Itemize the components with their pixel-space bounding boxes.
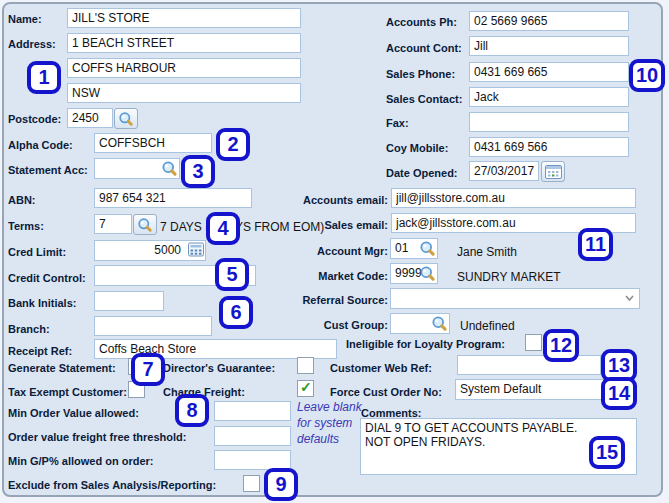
directors-guarantee-label: Director's Guarantee: [163,362,275,374]
accounts-email-label: Accounts email: [280,194,388,206]
market-code-input[interactable]: 9999 [390,263,438,284]
search-icon[interactable] [161,160,178,183]
address-line1-input[interactable] [67,33,301,53]
cred-limit-input[interactable]: 5000 [94,240,206,261]
cust-group-input[interactable] [390,313,450,334]
min-order-value-label: Min Order Value allowed: [8,407,139,419]
account-mgr-label: Account Mgr: [280,245,388,257]
callout-3: 3 [181,155,215,188]
receipt-ref-input[interactable] [94,339,337,359]
callout-4: 4 [206,212,240,245]
directors-guarantee-checkbox[interactable] [297,357,314,374]
bank-initials-input[interactable] [94,291,164,311]
callout-6: 6 [219,296,253,329]
fax-label: Fax: [386,117,409,129]
calendar-button[interactable] [541,161,565,182]
exclude-sales-analysis-checkbox[interactable] [243,475,260,492]
freight-free-threshold-label: Order value freight free threshold: [8,431,186,443]
min-order-value-input[interactable] [214,401,291,421]
coy-mobile-input[interactable] [469,137,629,157]
ineligible-loyalty-checkbox[interactable] [525,334,542,351]
account-mgr-input[interactable]: 01 [390,238,438,259]
callout-10: 10 [629,59,665,92]
address-label: Address: [8,38,56,50]
credit-control-label: Credit Control: [8,272,86,284]
ineligible-loyalty-label: Ineligible for Loyalty Program: [346,338,505,350]
cred-limit-label: Cred Limit: [8,246,66,258]
branch-input[interactable] [94,316,212,336]
callout-7: 7 [131,353,165,386]
alpha-code-label: Alpha Code: [8,139,73,151]
market-code-name: SUNDRY MARKET [457,270,561,284]
coy-mobile-label: Coy Mobile: [386,142,448,154]
calendar-icon [545,164,562,179]
sales-contact-input[interactable] [469,87,629,107]
abn-label: ABN: [8,194,36,206]
referral-source-label: Referral Source: [280,294,388,306]
postcode-input[interactable] [67,108,113,128]
name-label: Name: [8,13,42,25]
freight-free-threshold-input[interactable] [214,426,291,446]
customer-web-ref-label: Customer Web Ref: [330,362,432,374]
callout-1: 1 [27,61,61,94]
bank-initials-label: Bank Initials: [8,297,76,309]
date-opened-label: Date Opened: [386,167,458,179]
statement-acc-label: Statement Acc: [8,164,88,176]
generate-statement-label: Generate Statement: [8,362,116,374]
terms-input[interactable] [94,214,132,234]
account-mgr-name: Jane Smith [457,245,517,259]
callout-14: 14 [601,377,637,410]
calculator-icon[interactable] [188,242,204,263]
date-opened-input[interactable] [469,161,539,181]
callout-15: 15 [589,436,625,469]
search-icon[interactable] [419,240,436,263]
postcode-search-button[interactable] [114,108,138,129]
sales-email-label: Sales email: [280,219,388,231]
account-cont-input[interactable] [469,36,629,56]
leave-blank-hint: Leave blank for system defaults [297,399,365,447]
min-gp-input[interactable] [214,450,291,470]
callout-2: 2 [216,128,250,161]
cust-group-name: Undefined [460,319,515,333]
abn-input[interactable] [94,188,252,208]
force-cust-order-no-dropdown[interactable]: System Default [455,379,607,400]
accounts-ph-label: Accounts Ph: [386,16,457,28]
address-line2-input[interactable] [67,58,301,78]
accounts-email-input[interactable] [391,188,636,208]
address-line3-input[interactable] [67,83,301,103]
terms-search-button[interactable] [133,214,157,235]
sales-phone-label: Sales Phone: [386,68,455,80]
referral-source-dropdown[interactable] [390,288,640,309]
sales-contact-label: Sales Contact: [386,93,462,105]
callout-11: 11 [578,228,613,261]
alpha-code-input[interactable] [94,133,212,153]
market-code-label: Market Code: [280,270,388,282]
tax-exempt-label: Tax Exempt Customer: [8,386,127,398]
callout-9: 9 [264,468,298,501]
customer-details-form: Name: Address: Postcode: Alpha Code: Sta… [0,0,669,503]
callout-12: 12 [543,329,579,362]
force-cust-order-no-label: Force Cust Order No: [330,386,442,398]
callout-5: 5 [215,258,249,291]
search-icon [118,111,134,127]
cust-group-label: Cust Group: [280,319,388,331]
min-gp-label: Min G/P% allowed on order: [8,455,153,467]
accounts-ph-input[interactable] [469,11,629,31]
search-icon[interactable] [431,315,448,338]
search-icon [137,217,153,233]
receipt-ref-label: Receipt Ref: [8,345,72,357]
terms-label: Terms: [8,220,44,232]
statement-acc-input[interactable] [94,158,180,179]
sales-phone-input[interactable] [469,62,629,82]
chevron-down-icon [625,295,634,302]
branch-label: Branch: [8,323,50,335]
search-icon[interactable] [419,265,436,288]
name-input[interactable] [67,8,301,28]
customer-web-ref-input[interactable] [457,355,601,375]
exclude-sales-analysis-label: Exclude from Sales Analysis/Reporting: [8,479,216,491]
fax-input[interactable] [469,112,629,132]
callout-8: 8 [175,394,209,427]
postcode-label: Postcode: [8,113,61,125]
charge-freight-checkbox[interactable] [297,380,314,397]
account-cont-label: Account Cont: [386,42,462,54]
